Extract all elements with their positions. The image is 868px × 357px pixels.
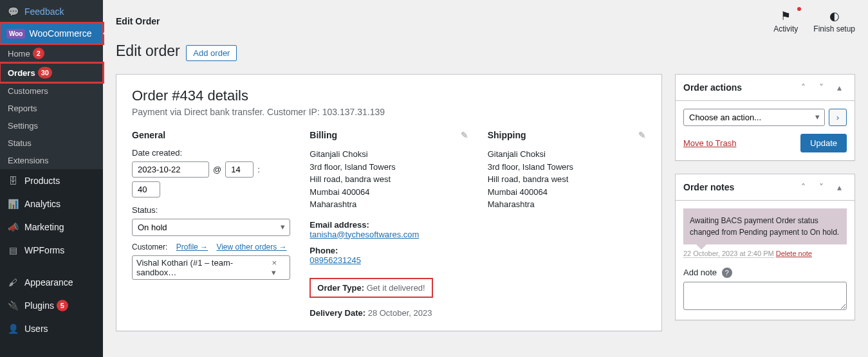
move-up-icon[interactable]: ˄ (795, 179, 811, 195)
woocommerce-submenu: Home 2 Orders 30 Customers Reports Setti… (0, 44, 103, 169)
order-actions-heading: Order actions (683, 82, 742, 93)
customer-value: Vishal Kothari (#1 – team-sandbox… (136, 258, 269, 277)
billing-address: Gitanjali Choksi 3rd floor, Island Tower… (309, 148, 468, 211)
apply-action-button[interactable]: › (829, 109, 847, 126)
menu-feedback[interactable]: 💬 Feedback (0, 0, 103, 23)
menu-wpforms[interactable]: ▤ WPForms (0, 239, 103, 262)
shipping-address: Gitanjali Choksi 3rd floor, Island Tower… (488, 148, 646, 211)
clear-icon[interactable]: × (272, 258, 277, 268)
customer-label-row: Customer: Profile → View other orders → (132, 243, 290, 252)
menu-label: WPForms (24, 245, 64, 255)
plug-icon: 🔌 (6, 299, 19, 312)
menu-marketing[interactable]: 📣 Marketing (0, 215, 103, 239)
form-icon: ▤ (6, 244, 19, 257)
add-note-label: Add note (683, 268, 717, 277)
order-notes-box: Order notes ˄ ˅ ▴ Awaiting BACS payment … (675, 174, 855, 320)
email-label: Email address: (309, 220, 369, 230)
order-actions-box: Order actions ˄ ˅ ▴ Choose an action... (675, 74, 855, 161)
order-title: Order #434 details (132, 87, 646, 104)
order-notes-heading: Order notes (683, 182, 734, 192)
person-icon: 👤 (6, 322, 19, 335)
status-label: Status: (132, 205, 290, 215)
add-note-textarea[interactable] (683, 282, 847, 310)
menu-label: WooCommerce (29, 28, 91, 39)
submenu-reports[interactable]: Reports (0, 100, 103, 117)
email-link[interactable]: tanisha@tychesoftwares.com (309, 230, 419, 239)
menu-users[interactable]: 👤 Users (0, 317, 103, 340)
view-orders-link[interactable]: View other orders → (216, 243, 286, 252)
activity-button[interactable]: ⚑ Activity (773, 9, 798, 33)
menu-label: Products (24, 176, 60, 186)
order-action-select[interactable]: Choose an action... (683, 109, 825, 126)
phone-link[interactable]: 08956231245 (309, 255, 361, 265)
edit-billing-icon[interactable]: ✎ (461, 130, 468, 140)
topbar-label: Activity (773, 24, 798, 33)
order-type-value: Get it delivered! (367, 283, 425, 293)
admin-sidebar: 💬 Feedback Woo WooCommerce Home 2 Orders… (0, 0, 103, 357)
minute-input[interactable] (132, 181, 160, 197)
move-up-icon[interactable]: ˄ (795, 80, 811, 95)
order-note: Awaiting BACS payment Order status chang… (683, 208, 847, 244)
note-timestamp: 22 October, 2023 at 2:40 PM (683, 250, 774, 258)
submenu-settings[interactable]: Settings (0, 117, 103, 134)
update-button[interactable]: Update (800, 134, 847, 152)
topbar-label: Finish setup (813, 24, 855, 33)
billing-column: Billing ✎ Gitanjali Choksi 3rd floor, Is… (309, 130, 468, 318)
submenu-extensions[interactable]: Extensions (0, 152, 103, 169)
add-order-button[interactable]: Add order (186, 45, 237, 61)
move-down-icon[interactable]: ˅ (813, 80, 829, 95)
edit-shipping-icon[interactable]: ✎ (638, 130, 646, 140)
menu-label: Marketing (24, 222, 64, 232)
submenu-customers[interactable]: Customers (0, 82, 103, 100)
submenu-label: Orders (8, 68, 35, 78)
circle-half-icon: ◐ (813, 9, 855, 23)
count-badge: 5 (57, 300, 68, 311)
billing-heading: Billing (309, 130, 337, 140)
delete-note-link[interactable]: Delete note (776, 250, 812, 257)
menu-label: Analytics (24, 199, 60, 209)
status-select[interactable]: On hold (132, 219, 290, 236)
delivery-date-label: Delivery Date: (309, 308, 365, 318)
menu-appearance[interactable]: 🖌 Appearance (0, 271, 103, 294)
hour-input[interactable] (225, 161, 254, 178)
date-created-label: Date created: (132, 148, 290, 158)
chart-icon: 📊 (6, 197, 19, 210)
toggle-icon[interactable]: ▴ (831, 80, 847, 95)
order-type-highlight: Order Type: Get it delivered! (309, 278, 432, 298)
profile-link[interactable]: Profile → (176, 243, 208, 252)
speech-icon: 💬 (6, 5, 19, 18)
main-content: Edit Order ⚑ Activity ◐ Finish setup Edi… (103, 0, 868, 357)
flag-icon: ⚑ (773, 9, 798, 23)
order-details-box: Order #434 details Payment via Direct ba… (116, 74, 662, 331)
count-badge: 30 (38, 67, 52, 78)
date-input[interactable] (132, 161, 209, 178)
toggle-icon[interactable]: ▴ (831, 179, 847, 195)
page-header: Edit order Add order (116, 42, 855, 61)
menu-products[interactable]: 🗄 Products (0, 169, 103, 192)
note-meta: 22 October, 2023 at 2:40 PM Delete note (683, 250, 847, 257)
menu-label: Plugins (24, 300, 54, 311)
page-title: Edit order (116, 42, 180, 60)
top-bar: Edit Order ⚑ Activity ◐ Finish setup (116, 0, 855, 42)
phone-label: Phone: (309, 246, 338, 255)
move-to-trash-link[interactable]: Move to Trash (683, 138, 736, 148)
menu-plugins[interactable]: 🔌 Plugins 5 (0, 294, 103, 317)
menu-label: Users (24, 324, 48, 334)
shipping-heading: Shipping (488, 130, 526, 140)
submenu-status[interactable]: Status (0, 134, 103, 152)
customer-label: Customer: (132, 243, 167, 252)
chevron-down-icon: ▾ (272, 268, 276, 277)
submenu-orders[interactable]: Orders 30 (0, 63, 103, 82)
menu-analytics[interactable]: 📊 Analytics (0, 192, 103, 215)
woo-icon: Woo (6, 29, 25, 39)
shipping-column: Shipping ✎ Gitanjali Choksi 3rd floor, I… (488, 130, 646, 318)
menu-woocommerce[interactable]: Woo WooCommerce (0, 23, 103, 44)
submenu-label: Home (8, 49, 30, 59)
help-icon[interactable]: ? (722, 268, 732, 278)
menu-label: Appearance (24, 277, 73, 288)
finish-setup-button[interactable]: ◐ Finish setup (813, 9, 855, 33)
order-subtitle: Payment via Direct bank transfer. Custom… (132, 107, 646, 117)
submenu-home[interactable]: Home 2 (0, 44, 103, 63)
move-down-icon[interactable]: ˅ (813, 179, 829, 195)
customer-select[interactable]: Vishal Kothari (#1 – team-sandbox… × ▾ (132, 255, 290, 280)
